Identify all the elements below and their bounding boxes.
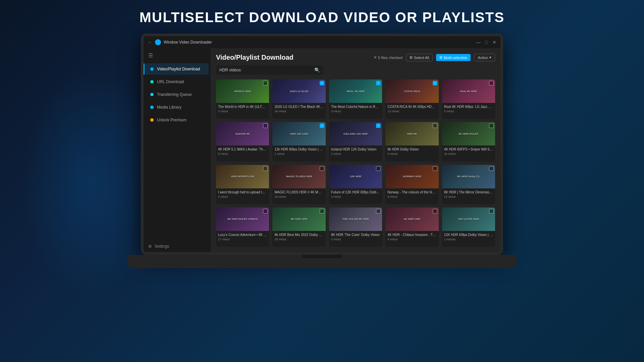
window-controls: — □ ✕ <box>476 40 496 44</box>
minimize-button[interactable]: — <box>476 40 480 44</box>
thumb-bg: Real 4K HDR <box>442 79 495 103</box>
back-button[interactable]: ← <box>148 40 152 45</box>
video-thumbnail: 2020 LG OLED ✓ <box>272 79 325 103</box>
video-checkbox[interactable] <box>489 123 494 128</box>
video-duration: 8 minut <box>387 195 436 198</box>
video-card[interactable]: 8K HDR UHD 8k HDR Best Mix 2022 Dolby Vi… <box>272 207 325 247</box>
select-all-button[interactable]: ⊞ Select All <box>406 54 433 61</box>
video-checkbox[interactable]: ✓ <box>376 81 381 85</box>
video-thumbnail: HDR 12K UHD ✓ <box>272 122 325 145</box>
video-info: 12k HDR 60fps Dolby Vision | Best o... 1… <box>272 145 325 158</box>
video-card[interactable]: THE COLOR 8K HDR 8K HDR 'The Color' Dolb… <box>329 207 382 247</box>
video-card[interactable]: 12K HDR Future of 12K HDR 60fps Dolby Vi… <box>329 165 382 204</box>
multiselect-button[interactable]: ⊞ Multi-selection <box>436 54 471 61</box>
video-checkbox[interactable] <box>489 166 494 171</box>
video-checkbox[interactable] <box>433 123 437 128</box>
laptop-screen-bezel: ← Window Video Downloader — □ ✕ ☰ <box>141 34 503 255</box>
video-card[interactable]: 8K HDR Dolby 5.1 8K HDR | The Mirror Dim… <box>442 165 495 204</box>
video-info: 8k HDR Best Mix 2022 Dolby Vision 20 min… <box>272 231 325 243</box>
close-button[interactable]: ✕ <box>492 40 496 44</box>
thumb-label: WORLD HDR <box>233 89 252 94</box>
thumb-label: 8K HDR DOLBY ATMOS <box>227 217 258 221</box>
search-input[interactable] <box>219 68 314 72</box>
video-duration: 13 minut <box>387 110 436 113</box>
video-title: 8K HDR | The Mirror Dimension (Spi... <box>444 190 493 194</box>
video-card[interactable]: COSTA RICA ✓ COSTA RICA IN 4K 60fps HDR … <box>385 79 438 119</box>
laptop-frame: ← Window Video Downloader — □ ✕ ☰ <box>141 34 503 268</box>
sidebar-item-unlock-premium[interactable]: Unlock Premium <box>146 114 209 126</box>
files-checked-badge: ✕ 5 files checked <box>374 55 402 60</box>
content-title: Video/Playlist Download <box>216 54 293 61</box>
video-checkbox[interactable] <box>489 81 494 85</box>
video-thumbnail: 8K HDR DOLBY ATMOS <box>216 207 269 231</box>
video-thumbnail: 8K HDR UHD <box>272 207 325 231</box>
video-card[interactable]: 8K HDR DOLBY ATMOS Lucy's Cosmic Adventu… <box>216 207 269 247</box>
sidebar-item-transferring[interactable]: Transferring Queue <box>146 89 209 100</box>
video-checkbox[interactable] <box>433 166 437 171</box>
maximize-button[interactable]: □ <box>484 40 488 44</box>
video-thumbnail: 12K ULTRA HDR <box>442 207 495 231</box>
thumb-bg: REAL 4K HDR <box>329 79 382 103</box>
sidebar-item-video-playlist[interactable]: Video/Playlist Download <box>146 63 209 75</box>
video-card[interactable]: 4K HDR UHD 4K HDR - Chitauri Invasion - … <box>385 207 438 247</box>
thumb-bg: 4K HDR UHD <box>385 207 438 231</box>
video-info: Future of 12K HDR 60fps Dolby Vision 2 m… <box>329 188 382 200</box>
video-card[interactable]: 4K HDR DOLBY 4K HDR 60FPS • Sniper Will … <box>442 122 495 161</box>
video-duration: 4 minut <box>218 195 267 198</box>
sidebar-settings[interactable]: ⚙ Settings <box>144 241 211 252</box>
video-card[interactable]: REAL 4K HDR ✓ The Most Colorful Nature i… <box>329 79 382 119</box>
thumb-bg: 8K HDR DOLBY ATMOS <box>216 207 269 231</box>
thumb-label: 12K HDR <box>349 174 362 179</box>
video-card[interactable]: Real 4K HDR Real 4K HDR 60fps: LG Jazz H… <box>442 79 495 119</box>
thumb-bg: NORWAY HDR <box>385 165 438 188</box>
thumb-bg: WORLD HDR <box>216 79 269 103</box>
action-button[interactable]: Action ▾ <box>474 54 495 61</box>
close-checked-icon[interactable]: ✕ <box>374 55 377 60</box>
checkmark-icon: ✓ <box>321 124 323 127</box>
video-card[interactable]: 2020 LG OLED ✓ 2020 LG OLED I The Black … <box>272 79 325 119</box>
video-checkbox[interactable] <box>489 209 494 214</box>
video-checkbox[interactable] <box>320 209 324 214</box>
video-info: 8K HDR 'The Color' Dolby Vision 3 minut <box>329 231 382 243</box>
video-checkbox[interactable]: ✓ <box>320 81 324 85</box>
video-title: Lucy's Cosmic Adventure • 8K HDR A... <box>218 233 267 237</box>
video-checkbox[interactable]: ✓ <box>376 123 381 128</box>
sidebar-item-url-download[interactable]: URL Download <box>146 76 209 87</box>
video-checkbox[interactable] <box>320 166 324 171</box>
video-card[interactable]: 12K ULTRA HDR 12K HDR 60fps Dolby Vision… <box>442 207 495 247</box>
sidebar: ☰ Video/Playlist Download URL Download T… <box>144 48 211 252</box>
video-checkbox[interactable] <box>376 166 381 171</box>
video-card[interactable]: HDR WORKFLOW I went through hell to uplo… <box>216 165 269 204</box>
thumb-label: 12K ULTRA HDR <box>457 217 480 221</box>
video-card[interactable]: HDR 8K 8k HDR Dolby Vision 9 minut <box>385 122 438 161</box>
video-card[interactable]: NORWAY HDR Norway - The colours of the N… <box>385 165 438 204</box>
video-checkbox[interactable] <box>433 209 437 214</box>
thumb-bg: 8K HDR UHD <box>272 207 325 231</box>
video-checkbox[interactable] <box>263 166 268 171</box>
video-info: The Most Colorful Nature in Real 4K... 3… <box>329 103 382 115</box>
video-checkbox[interactable] <box>263 81 268 85</box>
video-title: COSTA RICA IN 4K 60fps HDR (ULTR... <box>387 105 436 109</box>
video-title: The Most Colorful Nature in Real 4K... <box>331 105 380 109</box>
video-card[interactable]: MAGIC FLUIDS HDR MAGIC FLUIDS HDR // 4K … <box>272 165 325 204</box>
video-grid: WORLD HDR The World in HDR in 4K (ULTRA … <box>216 79 495 247</box>
video-duration: 4 minut <box>387 238 436 241</box>
video-checkbox[interactable]: ✓ <box>433 81 437 85</box>
header-actions: ✕ 5 files checked ⊞ Select All ⊞ Multi-s… <box>374 54 495 61</box>
sidebar-label-media-library: Media Library <box>157 105 181 110</box>
sidebar-toggle[interactable]: ☰ <box>144 48 211 63</box>
sidebar-item-media-library[interactable]: Media Library <box>146 102 209 113</box>
video-checkbox[interactable] <box>263 123 268 128</box>
video-title: Iceland HDR 12K Dolby Vision <box>331 147 380 152</box>
video-card[interactable]: ICELAND 12K HDR ✓ Iceland HDR 12K Dolby … <box>329 122 382 161</box>
video-card[interactable]: WORLD HDR The World in HDR in 4K (ULTRA … <box>216 79 269 119</box>
settings-label: Settings <box>155 244 169 249</box>
video-checkbox[interactable] <box>263 209 268 214</box>
video-checkbox[interactable] <box>376 209 381 214</box>
video-thumbnail: THE COLOR 8K HDR <box>329 207 382 231</box>
video-card[interactable]: AVATAR 4K 4K HDR 5.1 IMAX | Avatar: The … <box>216 122 269 161</box>
video-info: 4K HDR 5.1 IMAX | Avatar: The Way... 8 m… <box>216 145 269 158</box>
laptop-base <box>127 255 517 268</box>
video-checkbox[interactable]: ✓ <box>320 123 324 128</box>
video-card[interactable]: HDR 12K UHD ✓ 12k HDR 60fps Dolby Vision… <box>272 122 325 161</box>
